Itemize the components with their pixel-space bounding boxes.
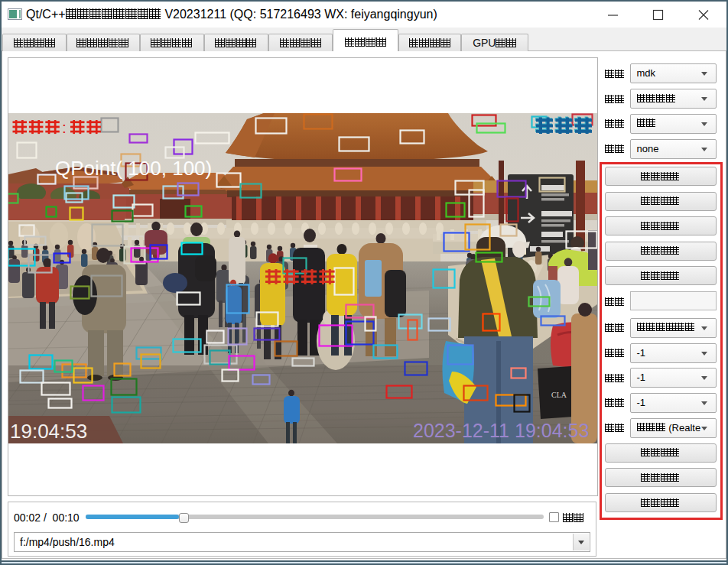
- svg-text::: :: [62, 119, 67, 136]
- svg-text:2023-12-11 19:04:53: 2023-12-11 19:04:53: [413, 420, 589, 441]
- svg-text:19:04:53: 19:04:53: [10, 420, 87, 443]
- svg-text:QPoint( 100, 100): QPoint( 100, 100): [55, 157, 212, 180]
